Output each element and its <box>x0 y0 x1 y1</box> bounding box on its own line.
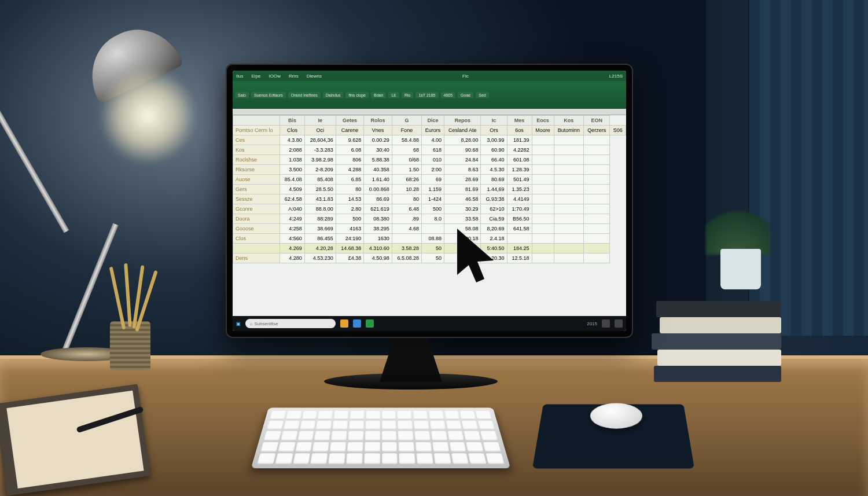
cell[interactable]: 43.1.83 <box>304 194 336 204</box>
cell[interactable]: 4.20,28 <box>304 244 336 253</box>
cell[interactable]: 50 <box>422 253 444 263</box>
cell[interactable] <box>554 185 584 194</box>
cell[interactable]: 30.29 <box>444 204 481 214</box>
cell[interactable]: 3,00.99 <box>481 135 507 145</box>
cell[interactable]: 8,28.00 <box>444 135 481 145</box>
cell[interactable] <box>554 214 584 224</box>
ribbon-button[interactable]: Dalndus <box>323 92 344 98</box>
cell[interactable]: 4.53.230 <box>304 253 336 263</box>
table-row[interactable]: Gers4.50928.5.50800.00.86810.281.15981.6… <box>233 185 626 194</box>
cell[interactable] <box>554 204 584 214</box>
cell[interactable]: 6.5.08.28 <box>392 253 421 263</box>
column-header[interactable]: Mes <box>507 116 532 126</box>
cell[interactable]: 90.68 <box>444 145 481 155</box>
cell[interactable]: 461.40 <box>444 244 481 253</box>
taskbar-search[interactable]: ⌕ Subsenitise <box>245 319 336 328</box>
cell[interactable]: 58.4.88 <box>392 135 421 145</box>
cell[interactable]: 3.58.28 <box>392 244 421 253</box>
cell[interactable]: 24.84 <box>444 155 481 165</box>
cell[interactable]: 58.08 <box>444 224 481 234</box>
cell[interactable]: 4.269 <box>279 244 304 253</box>
cell[interactable]: 6.85 <box>336 175 363 185</box>
cell[interactable]: 0/68 <box>392 155 421 165</box>
cell[interactable]: .89 <box>392 214 421 224</box>
cell[interactable]: 1.35.23 <box>507 185 532 194</box>
cell[interactable] <box>584 194 610 204</box>
cell[interactable]: B56.50 <box>507 214 532 224</box>
ribbon-button[interactable]: LE <box>388 92 399 98</box>
cell[interactable]: 30:40 <box>364 145 392 155</box>
cell[interactable]: 1.20.18 <box>444 234 481 244</box>
table-row[interactable]: Auose85.4.0885.4086.851.61.4068:266928.6… <box>233 175 626 185</box>
cell[interactable]: 4.00 <box>422 135 444 145</box>
cell[interactable]: 28.5.50 <box>304 185 336 194</box>
cell[interactable]: 4.509 <box>279 185 304 194</box>
cell[interactable] <box>554 165 584 175</box>
cell[interactable]: 6.48 <box>392 204 421 214</box>
tray-icon[interactable] <box>602 319 610 328</box>
cell[interactable]: 618 <box>422 145 444 155</box>
cell[interactable] <box>554 175 584 185</box>
cell[interactable]: 1.159 <box>422 185 444 194</box>
cell[interactable]: 80.69 <box>481 175 507 185</box>
cell[interactable]: 4:249 <box>279 214 304 224</box>
cell[interactable]: 46.58 <box>444 194 481 204</box>
cell[interactable] <box>584 165 610 175</box>
column-header[interactable]: Eocs <box>532 116 554 126</box>
cell[interactable]: 5:40.50 <box>481 244 507 253</box>
cell[interactable]: 0.00.29 <box>364 135 392 145</box>
ribbon-button[interactable]: Suenos Edtaors <box>251 92 286 98</box>
cell[interactable]: 4.50.98 <box>364 253 392 263</box>
start-icon[interactable]: ▣ <box>236 321 241 326</box>
menu-item[interactable]: Rrirs <box>289 74 299 79</box>
cell[interactable]: 88:289 <box>304 214 336 224</box>
cell[interactable] <box>532 194 554 204</box>
cell[interactable]: 62>10 <box>481 204 507 214</box>
cell[interactable] <box>532 204 554 214</box>
cell[interactable] <box>422 224 444 234</box>
cell[interactable]: 1.50 <box>392 165 421 175</box>
cell[interactable]: 38.669 <box>304 224 336 234</box>
column-header[interactable]: Rolos <box>364 116 392 126</box>
column-header[interactable]: Getes <box>336 116 363 126</box>
cell[interactable] <box>584 204 610 214</box>
cell[interactable]: 601.08 <box>507 155 532 165</box>
cell[interactable] <box>584 185 610 194</box>
column-header[interactable] <box>233 116 280 126</box>
cell[interactable]: 69 <box>422 175 444 185</box>
cell[interactable]: 184.25 <box>507 244 532 253</box>
cell[interactable]: 68:26 <box>392 175 421 185</box>
cell[interactable]: 5.88.38 <box>364 155 392 165</box>
cell[interactable]: 4.280 <box>279 253 304 263</box>
column-header[interactable]: Ie <box>304 116 336 126</box>
cell[interactable] <box>554 155 584 165</box>
tray-icon[interactable] <box>615 319 623 328</box>
cell[interactable] <box>532 135 554 145</box>
cell[interactable]: 85.4.08 <box>279 175 304 185</box>
ribbon-button[interactable]: Salo <box>235 92 249 98</box>
cell[interactable]: 641.58 <box>507 224 532 234</box>
cell[interactable] <box>554 145 584 155</box>
cell[interactable]: 4.3.80 <box>279 135 304 145</box>
cell[interactable] <box>584 214 610 224</box>
cell[interactable]: 4.2282 <box>507 145 532 155</box>
cell[interactable]: 4163 <box>336 224 363 234</box>
table-row[interactable]: Sessze62:4.5843.1.8314.5386.69801-42446.… <box>233 194 626 204</box>
cell[interactable] <box>532 145 554 155</box>
ribbon-button[interactable]: fins clope <box>345 92 369 98</box>
column-header[interactable]: Bis <box>279 116 304 126</box>
table-row[interactable]: Doora4:24988:28950008.380.898.033.58Cia.… <box>233 214 626 224</box>
cell[interactable]: Cia.59 <box>481 214 507 224</box>
cell[interactable] <box>584 253 610 263</box>
cell[interactable]: 501.49 <box>507 175 532 185</box>
cell[interactable] <box>584 135 610 145</box>
cell[interactable]: 85.408 <box>304 175 336 185</box>
cell[interactable]: 8,20.69 <box>481 224 507 234</box>
cell[interactable]: 3.500 <box>279 165 304 175</box>
cell[interactable]: 6.08 <box>336 145 363 155</box>
cell[interactable]: 14.53 <box>336 194 363 204</box>
cell[interactable]: 4.4149 <box>507 194 532 204</box>
cell[interactable] <box>554 253 584 263</box>
cell[interactable]: 4.5.30 <box>481 165 507 175</box>
cell[interactable] <box>532 244 554 253</box>
